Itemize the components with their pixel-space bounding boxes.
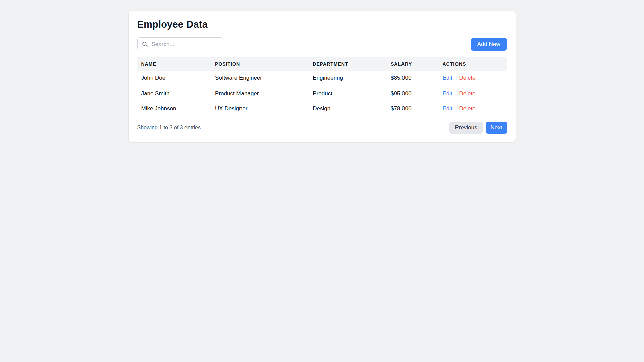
employee-table: NAME POSITION DEPARTMENT SALARY ACTIONS … bbox=[137, 57, 507, 116]
pagination: Previous Next bbox=[449, 122, 507, 134]
column-header-salary: SALARY bbox=[387, 57, 438, 71]
delete-link[interactable]: Delete bbox=[459, 90, 475, 97]
next-button[interactable]: Next bbox=[486, 122, 507, 134]
toolbar: Add New bbox=[137, 37, 507, 51]
edit-link[interactable]: Edit bbox=[442, 75, 452, 81]
cell-name: Jane Smith bbox=[137, 86, 211, 101]
edit-link[interactable]: Edit bbox=[442, 90, 452, 97]
delete-link[interactable]: Delete bbox=[459, 105, 475, 112]
cell-position: Software Engineer bbox=[211, 71, 309, 86]
delete-link[interactable]: Delete bbox=[459, 75, 475, 81]
cell-department: Engineering bbox=[309, 71, 387, 86]
column-header-name: NAME bbox=[137, 57, 211, 71]
column-header-actions: ACTIONS bbox=[438, 57, 507, 71]
entries-status: Showing 1 to 3 of 3 entries bbox=[137, 125, 201, 131]
search-input[interactable] bbox=[137, 37, 223, 51]
previous-button[interactable]: Previous bbox=[449, 122, 482, 134]
cell-department: Product bbox=[309, 86, 387, 101]
cell-department: Design bbox=[309, 101, 387, 116]
cell-actions: Edit Delete bbox=[438, 101, 507, 116]
card-footer: Showing 1 to 3 of 3 entries Previous Nex… bbox=[137, 122, 507, 134]
cell-position: UX Designer bbox=[211, 101, 309, 116]
table-row: Mike Johnson UX Designer Design $78,000 … bbox=[137, 101, 507, 116]
table-row: John Doe Software Engineer Engineering $… bbox=[137, 71, 507, 86]
edit-link[interactable]: Edit bbox=[442, 105, 452, 112]
column-header-department: DEPARTMENT bbox=[309, 57, 387, 71]
table-row: Jane Smith Product Manager Product $95,0… bbox=[137, 86, 507, 101]
cell-actions: Edit Delete bbox=[438, 71, 507, 86]
add-new-button[interactable]: Add New bbox=[471, 38, 507, 51]
cell-salary: $78,000 bbox=[387, 101, 438, 116]
employee-data-card: Employee Data Add New NAME POSITION DEPA… bbox=[129, 11, 516, 142]
cell-salary: $95,000 bbox=[387, 86, 438, 101]
cell-name: John Doe bbox=[137, 71, 211, 86]
search-icon bbox=[142, 41, 148, 47]
cell-salary: $85,000 bbox=[387, 71, 438, 86]
search-box bbox=[137, 37, 223, 51]
column-header-position: POSITION bbox=[211, 57, 309, 71]
cell-name: Mike Johnson bbox=[137, 101, 211, 116]
cell-position: Product Manager bbox=[211, 86, 309, 101]
table-header-row: NAME POSITION DEPARTMENT SALARY ACTIONS bbox=[137, 57, 507, 71]
cell-actions: Edit Delete bbox=[438, 86, 507, 101]
page-title: Employee Data bbox=[137, 19, 507, 30]
